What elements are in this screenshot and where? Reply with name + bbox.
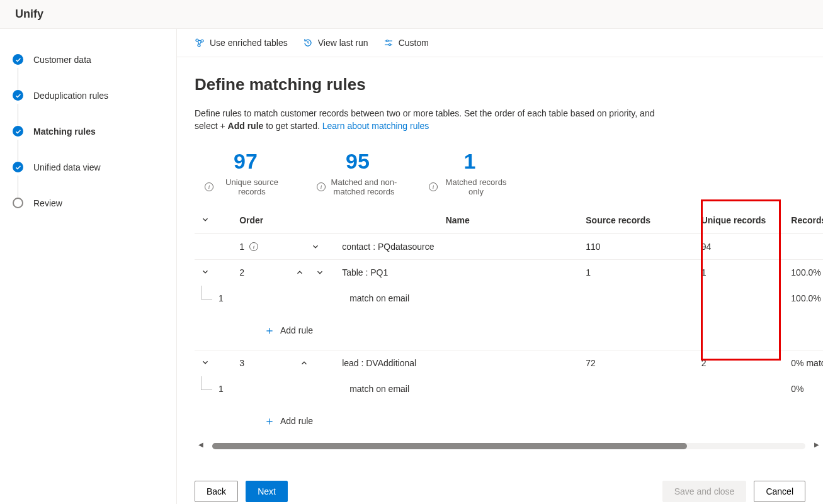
row-source: 72 (579, 350, 695, 376)
step-label: Deduplication rules (33, 91, 108, 101)
page-header: Unify (0, 0, 823, 29)
scroll-left-arrow[interactable]: ◀ (198, 441, 203, 448)
svg-point-4 (389, 44, 390, 46)
column-expand[interactable] (195, 208, 233, 234)
add-rule-button[interactable]: ＋Add rule (201, 318, 823, 342)
stat-label: Unique source records (217, 177, 287, 196)
step-unified-data-view[interactable]: Unified data view (13, 162, 164, 172)
page-description: Define rules to match customer records b… (195, 107, 661, 133)
toolbar-label: Custom (399, 38, 429, 48)
history-icon (303, 38, 313, 48)
add-rule-button[interactable]: ＋Add rule (201, 409, 823, 433)
footer: Back Next Save and close Cancel (177, 468, 823, 504)
back-button[interactable]: Back (195, 481, 238, 502)
column-order[interactable]: Order (233, 208, 285, 234)
toolbar: Use enriched tables View last run Custom (177, 29, 823, 57)
plus-icon: ＋ (264, 325, 275, 336)
info-icon[interactable]: i (249, 242, 258, 251)
rule-row[interactable]: 1 match on email 100.0% (195, 286, 823, 311)
row-unique: 2 (695, 350, 785, 376)
svg-point-1 (201, 40, 203, 42)
stat-value: 97 (205, 149, 287, 174)
column-name[interactable]: Name (336, 208, 579, 234)
step-matching-rules[interactable]: Matching rules (13, 126, 164, 137)
info-icon[interactable]: i (205, 182, 213, 191)
table-row[interactable]: 1i contact : PQdatasource 110 94 (195, 233, 823, 259)
save-and-close-button: Save and close (662, 481, 747, 502)
chevron-up-icon[interactable] (300, 359, 309, 367)
chevron-up-icon[interactable] (295, 268, 304, 277)
row-matched: 100.0% matched (785, 259, 823, 286)
chevron-down-icon[interactable] (201, 358, 210, 367)
info-icon[interactable]: i (429, 182, 438, 191)
stat-value: 95 (317, 149, 399, 174)
row-unique: 94 (695, 233, 785, 259)
tree-connector-icon (201, 376, 212, 390)
checkmark-icon (13, 162, 23, 172)
rule-row[interactable]: 1 match on email 0% (195, 376, 823, 401)
rule-matched: 0% (785, 376, 823, 401)
row-matched (785, 233, 823, 259)
table-row[interactable]: 2 Table : PQ1 1 1 100.0% matched (195, 259, 823, 286)
wizard-sidebar: Customer data Deduplication rules Matchi… (0, 29, 176, 504)
row-name: contact : PQdatasource (336, 233, 579, 259)
step-deduplication[interactable]: Deduplication rules (13, 90, 164, 101)
stat-unique-source: 97 iUnique source records (205, 149, 287, 196)
view-last-run-button[interactable]: View last run (303, 38, 368, 48)
row-name: Table : PQ1 (336, 259, 579, 286)
column-unique-records[interactable]: Unique records (695, 208, 785, 234)
plus-icon: ＋ (264, 415, 275, 427)
scroll-right-arrow[interactable]: ▶ (814, 441, 819, 448)
use-enriched-tables-button[interactable]: Use enriched tables (195, 38, 288, 48)
checkmark-icon (13, 54, 23, 65)
matching-rules-table: Order Name Source records Unique records… (195, 208, 823, 440)
step-label: Customer data (33, 55, 91, 65)
page-title: Define matching rules (195, 75, 823, 94)
svg-point-3 (386, 40, 388, 42)
checkmark-icon (13, 90, 23, 101)
stat-value: 1 (429, 149, 511, 174)
row-name: lead : DVAdditional (336, 350, 579, 376)
stat-matched-nonmatched: 95 iMatched and non-matched records (317, 149, 399, 196)
checkmark-icon (13, 126, 23, 137)
stat-label: Matched records only (441, 177, 511, 196)
step-label: Review (33, 198, 62, 208)
horizontal-scrollbar[interactable] (212, 443, 805, 449)
chevron-down-icon[interactable] (201, 267, 210, 276)
svg-point-0 (196, 39, 198, 42)
step-customer-data[interactable]: Customer data (13, 54, 164, 65)
add-rule-row: ＋Add rule (195, 401, 823, 440)
tree-connector-icon (201, 286, 212, 300)
next-button[interactable]: Next (246, 481, 288, 502)
chevron-down-icon (201, 215, 210, 224)
toolbar-label: Use enriched tables (210, 38, 288, 48)
stat-label: Matched and non-matched records (329, 177, 399, 196)
row-source: 1 (579, 259, 695, 286)
step-label: Unified data view (33, 162, 101, 172)
stat-matched-only: 1 iMatched records only (429, 149, 511, 196)
table-row[interactable]: 3 lead : DVAdditional 72 2 0% matched (195, 350, 823, 376)
row-matched: 0% matched (785, 350, 823, 376)
circle-icon (13, 198, 23, 208)
rule-name: match on email (336, 376, 579, 401)
cancel-button[interactable]: Cancel (754, 481, 805, 502)
info-icon[interactable]: i (317, 182, 326, 191)
learn-link[interactable]: Learn about matching rules (322, 121, 429, 131)
rule-name: match on email (336, 286, 579, 311)
custom-button[interactable]: Custom (383, 38, 429, 48)
rule-matched: 100.0% (785, 286, 823, 311)
step-label: Matching rules (33, 126, 96, 137)
chevron-down-icon[interactable] (315, 268, 324, 277)
column-records-matched[interactable]: Records matched (785, 208, 823, 234)
network-icon (195, 38, 205, 48)
sliders-icon (383, 38, 394, 48)
add-rule-row: ＋Add rule (195, 311, 823, 350)
row-unique: 1 (695, 259, 785, 286)
row-source: 110 (579, 233, 695, 259)
scrollbar-thumb[interactable] (212, 443, 687, 449)
step-review[interactable]: Review (13, 198, 164, 208)
column-source-records[interactable]: Source records (579, 208, 695, 234)
chevron-down-icon[interactable] (311, 242, 320, 251)
toolbar-label: View last run (318, 38, 368, 48)
